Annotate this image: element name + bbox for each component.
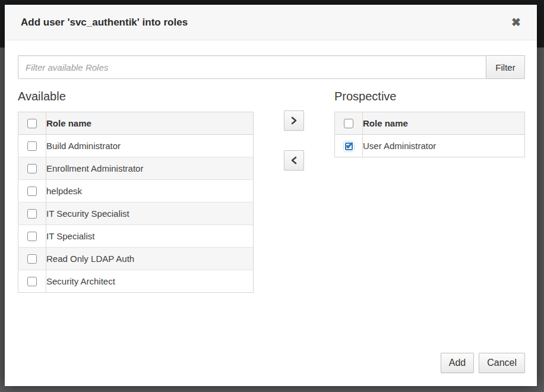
modal-title: Add user 'svc_authentik' into roles [21, 17, 188, 29]
role-name-column-header: Role name [46, 112, 254, 135]
role-checkbox-cell [18, 180, 46, 203]
role-checkbox-cell [18, 157, 46, 180]
role-row: User Administrator [335, 135, 525, 157]
add-roles-modal: Add user 'svc_authentik' into roles ✖ Fi… [5, 5, 537, 386]
role-checkbox-checked[interactable] [345, 143, 353, 150]
select-all-checkbox[interactable] [27, 119, 37, 128]
role-row: Enrollment Administrator [18, 157, 254, 180]
role-checkbox[interactable] [27, 232, 37, 241]
filter-row: Filter [18, 55, 525, 79]
chevron-right-icon [290, 116, 298, 125]
available-roles-table: Role name Build AdministratorEnrollment … [18, 112, 254, 293]
role-row: Security Architect [18, 270, 254, 293]
role-name: Build Administrator [46, 135, 254, 157]
filter-button[interactable]: Filter [486, 55, 525, 79]
role-checkbox-cell [335, 135, 363, 157]
prospective-column: Prospective Role name User Administrator [334, 88, 525, 293]
role-row: IT Specialist [18, 225, 254, 248]
role-name: Read Only LDAP Auth [46, 248, 254, 270]
role-name: IT Specialist [46, 225, 254, 248]
table-header-row: Role name [335, 112, 525, 135]
modal-header: Add user 'svc_authentik' into roles ✖ [5, 5, 537, 40]
role-name: User Administrator [363, 135, 525, 157]
role-checkbox-cell [18, 135, 46, 157]
dual-list-columns: Available Role name Build AdministratorE… [18, 88, 525, 293]
header-checkbox-cell [335, 112, 363, 135]
cancel-button[interactable]: Cancel [479, 353, 525, 373]
prospective-roles-table: Role name User Administrator [334, 112, 525, 157]
role-row: Read Only LDAP Auth [18, 248, 254, 270]
role-name: helpdesk [46, 180, 254, 203]
role-checkbox[interactable] [27, 164, 37, 173]
select-all-checkbox[interactable] [344, 119, 353, 128]
prospective-heading: Prospective [334, 88, 525, 105]
role-checkbox-cell [18, 203, 46, 225]
add-button[interactable]: Add [441, 353, 474, 373]
role-name: Enrollment Administrator [46, 157, 254, 180]
role-row: helpdesk [18, 180, 254, 203]
move-right-button[interactable] [284, 110, 304, 131]
role-checkbox-cell [18, 225, 46, 248]
role-row: Build Administrator [18, 135, 254, 157]
role-checkbox[interactable] [27, 209, 37, 219]
available-column: Available Role name Build AdministratorE… [18, 88, 254, 293]
role-checkbox[interactable] [27, 186, 37, 196]
role-row: IT Security Specialist [18, 203, 254, 225]
available-heading: Available [18, 88, 254, 105]
modal-body: Filter Available Role name Build Adminis… [5, 40, 537, 386]
header-checkbox-cell [18, 112, 46, 135]
chevron-left-icon [290, 156, 298, 165]
role-checkbox-cell [18, 248, 46, 270]
move-left-button[interactable] [284, 150, 304, 170]
close-icon[interactable]: ✖ [511, 17, 521, 28]
role-name: Security Architect [46, 270, 254, 293]
role-checkbox[interactable] [27, 141, 37, 151]
table-header-row: Role name [18, 112, 254, 135]
role-name: IT Security Specialist [46, 203, 254, 225]
filter-input[interactable] [18, 55, 486, 79]
role-checkbox[interactable] [27, 254, 37, 264]
role-name-column-header: Role name [363, 112, 525, 135]
modal-footer: Add Cancel [441, 353, 525, 373]
role-checkbox[interactable] [27, 277, 37, 286]
transfer-controls [254, 88, 334, 293]
role-checkbox-cell [18, 270, 46, 293]
